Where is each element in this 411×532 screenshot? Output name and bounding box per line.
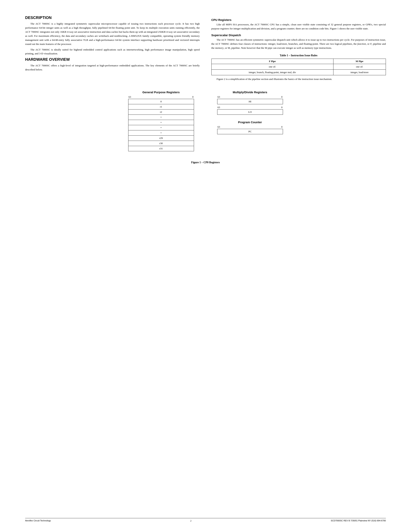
lo-box: LO [217, 109, 283, 115]
hardware-overview-title: HARDWARE OVERVIEW [25, 57, 200, 62]
table-header-fpipe: F Pipe [211, 59, 333, 64]
table-header-mpipe: M Pipe [333, 59, 386, 64]
gpr-row-6: • [128, 130, 194, 136]
gpr-row-4: • [128, 120, 194, 125]
pc-bit-low: 0 [281, 125, 283, 128]
pc-group: Program Counter 63 0 PC [217, 121, 283, 134]
gpr-row-3: • [128, 115, 194, 120]
gpr-row-2: r2 [128, 110, 194, 115]
mdr-title: Multiply/Divide Registers [233, 91, 267, 94]
figure-area: General Purpose Registers 63 0 0 r1 r2 •… [25, 91, 386, 164]
table1-container: Table 1 – Instruction Issue Rules F Pipe… [211, 54, 386, 75]
main-content: DESCRIPTION The ACT 7000SC is a highly i… [25, 16, 386, 83]
lo-bit-high: 63 [218, 106, 220, 109]
gpr-box-wrapper: 0 r1 r2 • • • • r29 r30 r31 [128, 99, 194, 151]
superscalar-title: Superscalar Dispatch [211, 33, 386, 37]
description-para-1: The ACT 7000SC is a highly integrated sy… [25, 22, 200, 46]
gpr-row-7: r29 [128, 136, 194, 141]
mdr-group: Multiply/Divide Registers 63 0 HI 63 0 [217, 91, 283, 115]
table-row: integer, branch, floating-point, integer… [211, 69, 386, 75]
hi-bit-high: 63 [218, 95, 220, 98]
col-left: DESCRIPTION The ACT 7000SC is a highly i… [25, 16, 200, 83]
cpu-registers-title: CPU Registers [211, 18, 386, 21]
lo-wrapper: 63 0 LO [217, 106, 283, 115]
superscalar-para: The ACT 7000SC has an efficient symmetri… [211, 38, 386, 50]
gpr-row-5: • [128, 125, 194, 130]
hi-box: HI [217, 99, 283, 104]
figure-caption: Figure 1 – CP0 Registers [191, 161, 220, 164]
page: DESCRIPTION The ACT 7000SC is a highly i… [0, 0, 411, 532]
description-title: DESCRIPTION [25, 16, 200, 20]
issue-rules-table: F Pipe M Pipe one of: one of: integer, b… [211, 59, 386, 75]
gpr-bit-low: 0 [192, 95, 194, 98]
hi-bit-labels: 63 0 [217, 95, 283, 98]
table1-title: Table 1 – Instruction Issue Rules [211, 54, 386, 57]
right-regs: Multiply/Divide Registers 63 0 HI 63 0 [217, 91, 283, 151]
registers-row: General Purpose Registers 63 0 0 r1 r2 •… [25, 91, 386, 151]
footer-right: SCD7000SC REV B 7/30/01 Plainview NY (51… [331, 519, 386, 522]
hi-wrapper: 63 0 HI [217, 95, 283, 104]
lo-bit-low: 0 [281, 106, 283, 109]
gpr-row-0: 0 [128, 99, 194, 104]
gpr-row-1: r1 [128, 104, 194, 110]
table1-note: Figure 2 is a simplification of the pipe… [211, 77, 386, 81]
gpr-row-8: r30 [128, 141, 194, 146]
footer-left: Aeroflex Circuit Technology [25, 519, 51, 522]
gpr-title: General Purpose Registers [142, 91, 180, 94]
table-cell-2-1: integer, branch, floating-point, integer… [211, 69, 333, 75]
gpr-bit-labels: 63 0 [128, 95, 194, 98]
footer-center: 2 [190, 519, 191, 522]
table-row: one of: one of: [211, 64, 386, 69]
table-cell-1-1: one of: [211, 64, 333, 69]
pc-bit-labels: 63 0 [217, 125, 283, 128]
table-cell-2-2: integer, load/store [333, 69, 386, 75]
gpr-group: General Purpose Registers 63 0 0 r1 r2 •… [128, 91, 194, 151]
pc-wrapper: 63 0 PC [217, 125, 283, 134]
gpr-row-9: r31 [128, 146, 194, 151]
gpr-bit-high: 63 [129, 95, 131, 98]
hi-bit-low: 0 [281, 95, 283, 98]
lo-bit-labels: 63 0 [217, 106, 283, 109]
pc-bit-high: 63 [218, 125, 220, 128]
description-para-2: The ACT 7000SC is ideally suited for hig… [25, 48, 200, 56]
pc-title: Program Counter [238, 121, 262, 124]
hardware-overview-para-1: The ACT 7000SC offers a high-level of in… [25, 64, 200, 72]
pc-box: PC [217, 129, 283, 134]
footer: Aeroflex Circuit Technology 2 SCD7000SC … [25, 518, 386, 522]
table-cell-1-2: one of: [333, 64, 386, 69]
col-right: CPU Registers Like all MIPS ISA processo… [211, 16, 386, 83]
cpu-registers-para: Like all MIPS ISA processors, the ACT 70… [211, 23, 386, 31]
